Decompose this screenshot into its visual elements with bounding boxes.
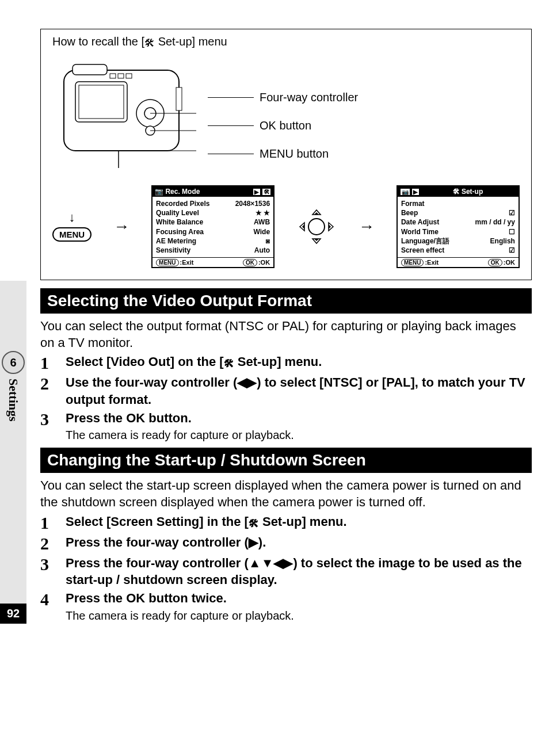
side-tab: 6 Settings <box>0 351 26 466</box>
callout-menu: MENU button <box>260 147 329 161</box>
svg-point-15 <box>308 219 325 235</box>
lcd-setup: 📷 ▶ 🛠 Set-up Format Beep☑ Date Adjustmm … <box>396 185 520 268</box>
chapter-label: Settings <box>6 379 21 422</box>
arrow-right-icon: → <box>359 217 375 236</box>
tab-setup-icon: 🛠 <box>262 188 271 196</box>
tab-play-icon: ▶ <box>411 188 420 196</box>
svg-rect-7 <box>110 74 116 78</box>
svg-rect-10 <box>176 87 182 110</box>
left-margin-strip <box>0 0 26 624</box>
section-heading-video: Selecting the Video Output Format <box>40 288 532 314</box>
tools-icon: 🛠 <box>144 37 155 49</box>
svg-rect-3 <box>79 85 124 119</box>
section1-intro: You can select the output format (NTSC o… <box>40 318 532 351</box>
chapter-circle: 6 <box>2 351 25 374</box>
section2-steps: Select [Screen Setting] in the [🛠 Set-up… <box>40 513 532 623</box>
chapter-number: 6 <box>10 356 16 369</box>
section1-steps: Select [Video Out] on the [🛠 Set-up] men… <box>40 353 532 442</box>
callout-ok: OK button <box>260 119 311 132</box>
arrow-right-icon: → <box>113 217 129 236</box>
tools-icon: 🛠 <box>249 517 259 530</box>
tab-camera-icon: 📷 <box>400 188 410 196</box>
lcd-rec-mode: 📷 Rec. Mode ▶ 🛠 Recorded Pixels2048×1536… <box>151 185 274 268</box>
page-number: 92 <box>0 604 26 624</box>
tab-play-icon: ▶ <box>253 188 261 196</box>
callout-fourway: Four-way controller <box>260 91 358 104</box>
svg-rect-9 <box>126 74 132 78</box>
callouts: Four-way controller OK button MENU butto… <box>208 53 358 161</box>
diagram-box: How to recall the [🛠 Set-up] menu <box>40 29 532 280</box>
section-heading-screen: Changing the Start-up / Shutdown Screen <box>40 448 532 473</box>
arrow-down-icon: ↓ <box>69 210 75 225</box>
menu-button-pill: MENU <box>52 227 92 242</box>
dpad-icon <box>296 207 337 247</box>
section2-intro: You can select the start-up screen displ… <box>40 478 532 510</box>
svg-rect-1 <box>73 64 107 75</box>
diagram-title: How to recall the [🛠 Set-up] menu <box>52 35 520 49</box>
svg-rect-8 <box>118 74 124 78</box>
tools-icon: 🛠 <box>224 357 234 371</box>
camera-icon: 📷 <box>155 188 163 196</box>
camera-illustration <box>52 53 196 176</box>
